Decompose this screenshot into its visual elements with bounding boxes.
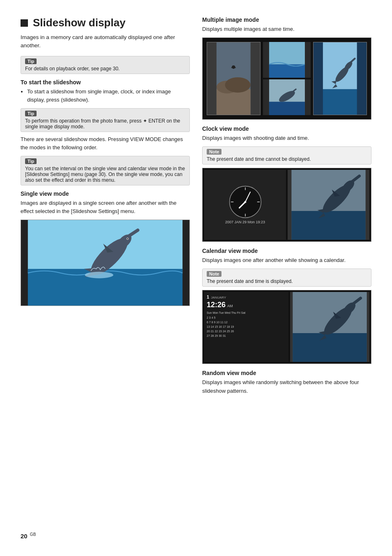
modes-intro-text: There are several slideshow modes. Press…: [21, 135, 190, 152]
note-label-clock: Note: [207, 149, 221, 155]
calendar-view-image: 1 JANUARY 12:26 AM Sun Mon Tue Wed Thu F…: [202, 290, 371, 364]
page-number: 20 GB: [21, 532, 36, 540]
tip-text-3: You can set the interval on the single v…: [25, 166, 185, 183]
tip-text-1: For details on playback order, see page …: [25, 66, 185, 72]
multi-thumb-2a: [263, 42, 311, 78]
single-view-heading: Single view mode: [21, 190, 190, 197]
note-text-clock: The present date and time cannot be disp…: [207, 156, 367, 162]
svg-rect-13: [269, 65, 305, 78]
start-slideshow-list: To start a slideshow from single image, …: [21, 88, 190, 104]
calendar-grid: Sun Mon Tue Wed Thu Fri Sat 2 3 4 5 6 7 …: [207, 310, 286, 338]
svg-point-6: [85, 272, 113, 278]
multi-thumb-3: [313, 42, 367, 115]
random-view-heading: Random view mode: [202, 370, 371, 376]
start-slideshow-heading: To start the slideshow: [21, 79, 190, 86]
clock-view-heading: Clock view mode: [202, 125, 371, 132]
svg-point-11: [232, 65, 235, 69]
note-text-calendar: The present date and time is displayed.: [207, 278, 367, 284]
svg-rect-17: [323, 42, 357, 89]
cal-ampm: AM: [227, 304, 233, 308]
page-gb-label: GB: [30, 532, 36, 537]
calendar-display-right: [290, 292, 369, 362]
single-view-image: [21, 220, 190, 306]
cal-time: 12:26: [207, 301, 226, 309]
page-title: Slideshow display: [21, 16, 190, 29]
clock-display-right: [288, 170, 369, 240]
tip-box-1: Tip For details on playback order, see p…: [21, 56, 190, 74]
title-text: Slideshow display: [33, 16, 125, 29]
multiple-image-text: Displays multiple images at same time.: [202, 25, 371, 33]
random-view-text: Displays images while randomly switching…: [202, 378, 371, 395]
tip-label-1: Tip: [25, 58, 37, 64]
page-num-value: 20: [21, 533, 28, 540]
note-box-clock: Note The present date and time cannot be…: [202, 146, 371, 164]
single-view-text: Images are displayed in a single screen …: [21, 199, 190, 215]
cal-row-0: 2 3 4 5: [207, 315, 286, 320]
multi-thumb-col-2: [263, 42, 311, 115]
note-label-calendar: Note: [207, 271, 221, 277]
tip-label-3: Tip: [25, 158, 37, 164]
clock-date-text: 2007 JAN 29 Mon 19:23: [225, 220, 265, 224]
note-box-calendar: Note The present date and time is displa…: [202, 269, 371, 287]
cal-row-1: 6 7 8 9 10 11 12: [207, 320, 286, 324]
intro-paragraph: Images in a memory card are automaticall…: [21, 33, 190, 50]
calendar-view-heading: Calendar view mode: [202, 248, 371, 254]
clock-view-text: Displays images with shooting date and t…: [202, 134, 371, 142]
clock-view-image: 2007 JAN 29 Mon 19:23: [202, 168, 371, 242]
tip-box-3: Tip You can set the interval on the sing…: [21, 156, 190, 185]
start-slideshow-bullet: To start a slideshow from single image, …: [27, 88, 190, 104]
cal-row-3: 20 21 22 23 24 25 26: [207, 329, 286, 334]
tip-text-2: To perform this operation from the photo…: [25, 118, 185, 130]
svg-rect-15: [269, 102, 305, 116]
multiple-image-display: [202, 37, 371, 120]
multi-thumb-1: [207, 42, 261, 115]
calendar-view-text: Displays images one after another while …: [202, 256, 371, 264]
page: Slideshow display Images in a memory car…: [0, 0, 392, 556]
cal-row-4: 27 28 29 30 31: [207, 334, 286, 338]
calendar-display-left: 1 JANUARY 12:26 AM Sun Mon Tue Wed Thu F…: [204, 292, 288, 362]
page-footer: 20 GB: [21, 532, 371, 540]
cal-month-label: JANUARY: [211, 296, 226, 299]
tip-label-2: Tip: [25, 111, 37, 116]
svg-rect-31: [292, 211, 366, 240]
cal-row-2: 13 14 15 16 17 18 19: [207, 324, 286, 329]
svg-point-28: [244, 201, 246, 203]
svg-rect-8: [217, 89, 251, 115]
right-column: Multiple image mode Displays multiple im…: [202, 16, 371, 524]
cal-dow-header: Sun Mon Tue Wed Thu Fri Sat: [207, 310, 286, 315]
multi-thumb-2b: [263, 79, 311, 115]
calendar-time-row: 12:26 AM: [207, 301, 286, 309]
tip-box-2: Tip To perform this operation from the p…: [21, 108, 190, 132]
left-column: Slideshow display Images in a memory car…: [21, 16, 190, 524]
svg-point-5: [127, 238, 128, 239]
section-icon: [21, 19, 28, 27]
clock-display-left: 2007 JAN 29 Mon 19:23: [204, 170, 286, 240]
svg-rect-18: [323, 89, 357, 115]
svg-point-10: [225, 77, 251, 93]
cal-day: 1: [207, 294, 209, 299]
calendar-header: 1 JANUARY: [207, 294, 286, 299]
multiple-image-heading: Multiple image mode: [202, 16, 371, 23]
svg-rect-36: [293, 333, 367, 362]
